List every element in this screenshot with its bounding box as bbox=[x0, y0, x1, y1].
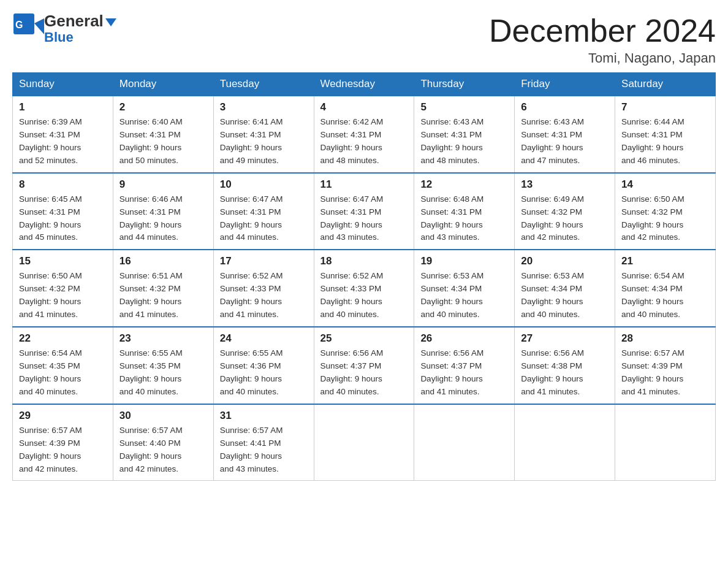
day-info: Sunrise: 6:54 AMSunset: 4:35 PMDaylight:… bbox=[19, 348, 82, 396]
day-info: Sunrise: 6:52 AMSunset: 4:33 PMDaylight:… bbox=[220, 271, 283, 319]
calendar-cell: 19 Sunrise: 6:53 AMSunset: 4:34 PMDaylig… bbox=[414, 250, 515, 327]
calendar-cell: 21 Sunrise: 6:54 AMSunset: 4:34 PMDaylig… bbox=[615, 250, 716, 327]
calendar-cell: 23 Sunrise: 6:55 AMSunset: 4:35 PMDaylig… bbox=[113, 327, 213, 404]
calendar-cell bbox=[615, 404, 716, 481]
calendar-cell: 26 Sunrise: 6:56 AMSunset: 4:37 PMDaylig… bbox=[414, 327, 515, 404]
day-number: 16 bbox=[119, 255, 207, 267]
day-number: 20 bbox=[521, 255, 609, 267]
day-number: 23 bbox=[119, 332, 207, 345]
logo-blue-text: Blue bbox=[44, 30, 116, 45]
day-number: 18 bbox=[320, 255, 408, 267]
day-info: Sunrise: 6:43 AMSunset: 4:31 PMDaylight:… bbox=[521, 117, 584, 165]
weekday-header-monday: Monday bbox=[113, 73, 213, 96]
calendar-cell: 12 Sunrise: 6:48 AMSunset: 4:31 PMDaylig… bbox=[414, 173, 515, 250]
location-subtitle: Tomi, Nagano, Japan bbox=[489, 50, 716, 66]
logo-icon: G bbox=[12, 12, 44, 44]
calendar-header-row: SundayMondayTuesdayWednesdayThursdayFrid… bbox=[13, 73, 716, 96]
calendar-cell: 5 Sunrise: 6:43 AMSunset: 4:31 PMDayligh… bbox=[414, 96, 515, 173]
calendar-cell: 9 Sunrise: 6:46 AMSunset: 4:31 PMDayligh… bbox=[113, 173, 213, 250]
day-info: Sunrise: 6:42 AMSunset: 4:31 PMDaylight:… bbox=[320, 117, 384, 165]
day-number: 21 bbox=[621, 255, 709, 267]
calendar-week-row: 15 Sunrise: 6:50 AMSunset: 4:32 PMDaylig… bbox=[13, 250, 716, 327]
calendar-table: SundayMondayTuesdayWednesdayThursdayFrid… bbox=[12, 72, 716, 481]
day-number: 4 bbox=[320, 101, 408, 113]
day-number: 10 bbox=[220, 178, 308, 191]
calendar-week-row: 1 Sunrise: 6:39 AMSunset: 4:31 PMDayligh… bbox=[13, 96, 716, 173]
calendar-cell: 17 Sunrise: 6:52 AMSunset: 4:33 PMDaylig… bbox=[213, 250, 314, 327]
calendar-cell: 13 Sunrise: 6:49 AMSunset: 4:32 PMDaylig… bbox=[515, 173, 615, 250]
day-number: 2 bbox=[119, 101, 207, 113]
day-info: Sunrise: 6:47 AMSunset: 4:31 PMDaylight:… bbox=[220, 194, 283, 242]
day-info: Sunrise: 6:53 AMSunset: 4:34 PMDaylight:… bbox=[420, 271, 483, 319]
calendar-cell: 8 Sunrise: 6:45 AMSunset: 4:31 PMDayligh… bbox=[13, 173, 113, 250]
day-info: Sunrise: 6:49 AMSunset: 4:32 PMDaylight:… bbox=[521, 194, 584, 242]
weekday-header-tuesday: Tuesday bbox=[213, 73, 314, 96]
day-info: Sunrise: 6:48 AMSunset: 4:31 PMDaylight:… bbox=[420, 194, 483, 242]
day-info: Sunrise: 6:55 AMSunset: 4:36 PMDaylight:… bbox=[220, 348, 283, 396]
day-info: Sunrise: 6:51 AMSunset: 4:32 PMDaylight:… bbox=[119, 271, 183, 319]
day-number: 28 bbox=[621, 332, 709, 345]
day-info: Sunrise: 6:57 AMSunset: 4:39 PMDaylight:… bbox=[19, 426, 82, 473]
calendar-cell: 1 Sunrise: 6:39 AMSunset: 4:31 PMDayligh… bbox=[13, 96, 113, 173]
calendar-cell: 3 Sunrise: 6:41 AMSunset: 4:31 PMDayligh… bbox=[213, 96, 314, 173]
day-info: Sunrise: 6:44 AMSunset: 4:31 PMDaylight:… bbox=[621, 117, 684, 165]
day-number: 17 bbox=[220, 255, 308, 267]
day-number: 11 bbox=[320, 178, 408, 191]
calendar-cell bbox=[414, 404, 515, 481]
day-number: 29 bbox=[19, 410, 107, 422]
calendar-cell: 10 Sunrise: 6:47 AMSunset: 4:31 PMDaylig… bbox=[213, 173, 314, 250]
day-number: 3 bbox=[220, 101, 308, 113]
day-info: Sunrise: 6:45 AMSunset: 4:31 PMDaylight:… bbox=[19, 194, 82, 242]
calendar-cell bbox=[515, 404, 615, 481]
day-info: Sunrise: 6:57 AMSunset: 4:41 PMDaylight:… bbox=[220, 426, 283, 473]
day-info: Sunrise: 6:40 AMSunset: 4:31 PMDaylight:… bbox=[119, 117, 183, 165]
calendar-cell: 31 Sunrise: 6:57 AMSunset: 4:41 PMDaylig… bbox=[213, 404, 314, 481]
calendar-cell: 15 Sunrise: 6:50 AMSunset: 4:32 PMDaylig… bbox=[13, 250, 113, 327]
calendar-cell: 14 Sunrise: 6:50 AMSunset: 4:32 PMDaylig… bbox=[615, 173, 716, 250]
day-number: 5 bbox=[420, 101, 508, 113]
title-block: December 2024 Tomi, Nagano, Japan bbox=[489, 12, 716, 66]
calendar-week-row: 8 Sunrise: 6:45 AMSunset: 4:31 PMDayligh… bbox=[13, 173, 716, 250]
calendar-week-row: 22 Sunrise: 6:54 AMSunset: 4:35 PMDaylig… bbox=[13, 327, 716, 404]
day-number: 19 bbox=[420, 255, 508, 267]
day-info: Sunrise: 6:41 AMSunset: 4:31 PMDaylight:… bbox=[220, 117, 283, 165]
day-number: 15 bbox=[19, 255, 107, 267]
calendar-week-row: 29 Sunrise: 6:57 AMSunset: 4:39 PMDaylig… bbox=[13, 404, 716, 481]
calendar-cell: 30 Sunrise: 6:57 AMSunset: 4:40 PMDaylig… bbox=[113, 404, 213, 481]
day-info: Sunrise: 6:46 AMSunset: 4:31 PMDaylight:… bbox=[119, 194, 183, 242]
day-number: 7 bbox=[621, 101, 709, 113]
day-info: Sunrise: 6:55 AMSunset: 4:35 PMDaylight:… bbox=[119, 348, 183, 396]
page-header: G General Blue December 2024 Tomi, Nagan… bbox=[12, 12, 716, 66]
calendar-cell: 28 Sunrise: 6:57 AMSunset: 4:39 PMDaylig… bbox=[615, 327, 716, 404]
day-info: Sunrise: 6:56 AMSunset: 4:37 PMDaylight:… bbox=[420, 348, 483, 396]
day-number: 24 bbox=[220, 332, 308, 345]
svg-text:G: G bbox=[15, 20, 23, 30]
day-number: 1 bbox=[19, 101, 107, 113]
calendar-cell: 6 Sunrise: 6:43 AMSunset: 4:31 PMDayligh… bbox=[515, 96, 615, 173]
day-number: 6 bbox=[521, 101, 609, 113]
day-info: Sunrise: 6:56 AMSunset: 4:37 PMDaylight:… bbox=[320, 348, 384, 396]
day-number: 9 bbox=[119, 178, 207, 191]
day-info: Sunrise: 6:56 AMSunset: 4:38 PMDaylight:… bbox=[521, 348, 584, 396]
calendar-cell: 2 Sunrise: 6:40 AMSunset: 4:31 PMDayligh… bbox=[113, 96, 213, 173]
calendar-cell: 20 Sunrise: 6:53 AMSunset: 4:34 PMDaylig… bbox=[515, 250, 615, 327]
calendar-cell: 25 Sunrise: 6:56 AMSunset: 4:37 PMDaylig… bbox=[314, 327, 414, 404]
logo-general-text: General bbox=[44, 12, 116, 30]
calendar-cell bbox=[314, 404, 414, 481]
calendar-cell: 29 Sunrise: 6:57 AMSunset: 4:39 PMDaylig… bbox=[13, 404, 113, 481]
weekday-header-friday: Friday bbox=[515, 73, 615, 96]
weekday-header-thursday: Thursday bbox=[414, 73, 515, 96]
weekday-header-saturday: Saturday bbox=[615, 73, 716, 96]
svg-marker-1 bbox=[34, 18, 44, 34]
day-info: Sunrise: 6:57 AMSunset: 4:40 PMDaylight:… bbox=[119, 426, 183, 473]
calendar-cell: 18 Sunrise: 6:52 AMSunset: 4:33 PMDaylig… bbox=[314, 250, 414, 327]
calendar-cell: 24 Sunrise: 6:55 AMSunset: 4:36 PMDaylig… bbox=[213, 327, 314, 404]
weekday-header-sunday: Sunday bbox=[13, 73, 113, 96]
day-number: 30 bbox=[119, 410, 207, 422]
day-info: Sunrise: 6:43 AMSunset: 4:31 PMDaylight:… bbox=[420, 117, 483, 165]
day-info: Sunrise: 6:47 AMSunset: 4:31 PMDaylight:… bbox=[320, 194, 384, 242]
day-number: 8 bbox=[19, 178, 107, 191]
day-info: Sunrise: 6:54 AMSunset: 4:34 PMDaylight:… bbox=[621, 271, 684, 319]
calendar-cell: 4 Sunrise: 6:42 AMSunset: 4:31 PMDayligh… bbox=[314, 96, 414, 173]
day-info: Sunrise: 6:50 AMSunset: 4:32 PMDaylight:… bbox=[19, 271, 82, 319]
